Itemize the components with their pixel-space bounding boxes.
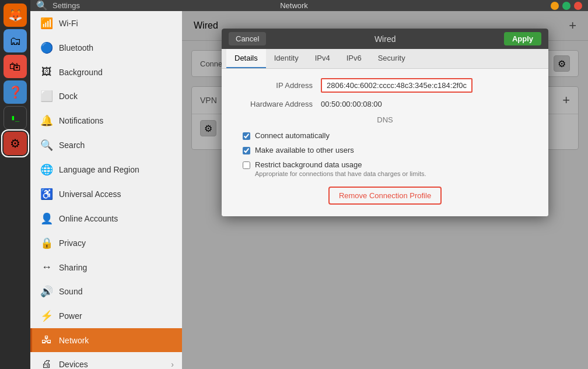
maximize-button[interactable] xyxy=(562,2,570,10)
sidebar-item-universal-access[interactable]: ♿ Universal Access xyxy=(30,182,182,206)
dialog-overlay: Cancel Wired Apply Details Identity IPv4… xyxy=(182,11,588,369)
window-title: Network xyxy=(280,1,308,10)
sidebar-item-label: Online Accounts xyxy=(59,214,118,223)
wifi-icon: 📶 xyxy=(40,17,53,30)
remove-connection-button[interactable]: Remove Connection Profile xyxy=(328,187,442,205)
sidebar-item-label: Sound xyxy=(59,287,82,296)
dock-item-firefox[interactable]: 🦊 xyxy=(4,3,27,27)
sidebar-item-sound[interactable]: 🔊 Sound xyxy=(30,279,182,304)
dns-label: DNS xyxy=(233,115,537,124)
dock-item-settings[interactable]: ⚙ xyxy=(4,132,27,155)
sidebar-item-label: Devices xyxy=(59,360,88,369)
dialog-content: IP Address 2806:40c:6002:cccc:48c3:345e:… xyxy=(222,69,548,216)
sidebar-item-label: Language and Region xyxy=(59,165,139,174)
minimize-button[interactable] xyxy=(551,2,559,10)
sidebar-item-notifications[interactable]: 🔔 Notifications xyxy=(30,108,182,133)
sidebar-item-label: Network xyxy=(59,336,89,345)
sidebar-item-wifi[interactable]: 📶 Wi-Fi xyxy=(30,11,182,36)
tab-security[interactable]: Security xyxy=(370,49,414,68)
language-icon: 🌐 xyxy=(40,163,53,176)
sidebar-item-online-accounts[interactable]: 👤 Online Accounts xyxy=(30,206,182,231)
hardware-address-value: 00:50:00:00:08:00 xyxy=(321,100,382,108)
notifications-icon: 🔔 xyxy=(40,114,53,127)
background-icon: 🖼 xyxy=(40,66,53,78)
ip-address-row: IP Address 2806:40c:6002:cccc:48c3:345e:… xyxy=(233,78,537,93)
dock-item-software[interactable]: 🛍 xyxy=(4,55,27,78)
power-icon: ⚡ xyxy=(40,310,53,322)
sidebar-item-bluetooth[interactable]: 🔵 Bluetooth xyxy=(30,36,182,60)
dock-item-terminal[interactable]: ▮_ xyxy=(4,106,27,129)
title-bar: 🔍 Settings Network xyxy=(30,0,588,11)
ip-address-value: 2806:40c:6002:cccc:48c3:345e:c184:2f0c xyxy=(321,78,473,93)
sidebar-item-search[interactable]: 🔍 Search xyxy=(30,133,182,157)
sidebar-item-label: Privacy xyxy=(59,238,86,248)
sound-icon: 🔊 xyxy=(40,285,53,298)
sidebar-item-devices[interactable]: 🖨 Devices › xyxy=(30,352,182,369)
make-available-checkbox[interactable] xyxy=(243,147,250,154)
sidebar-item-power[interactable]: ⚡ Power xyxy=(30,304,182,328)
devices-icon: 🖨 xyxy=(40,358,53,369)
hardware-address-label: Hardware Address xyxy=(233,100,321,108)
sidebar-item-privacy[interactable]: 🔒 Privacy xyxy=(30,231,182,255)
right-panel: Wired + Connected ON ⚙ VPN xyxy=(182,11,588,369)
dock-icon: ⬜ xyxy=(40,90,53,103)
restrict-data-row: Restrict background data usage Appropria… xyxy=(233,160,537,177)
hardware-address-row: Hardware Address 00:50:00:00:08:00 xyxy=(233,100,537,108)
restrict-data-label: Restrict background data usage xyxy=(255,160,426,169)
bluetooth-icon: 🔵 xyxy=(40,41,53,54)
chevron-right-icon: › xyxy=(171,360,174,369)
dock-item-files[interactable]: 🗂 xyxy=(4,29,27,52)
wired-dialog: Cancel Wired Apply Details Identity IPv4… xyxy=(222,29,548,216)
sidebar-item-label: Search xyxy=(59,140,85,150)
sidebar-item-label: Bluetooth xyxy=(59,43,93,52)
content-row: 📶 Wi-Fi 🔵 Bluetooth 🖼 Background ⬜ Dock … xyxy=(30,11,588,369)
sharing-icon: ↔ xyxy=(40,261,53,273)
tab-identity[interactable]: Identity xyxy=(266,49,307,68)
close-button[interactable] xyxy=(574,2,582,10)
tab-details[interactable]: Details xyxy=(226,49,266,68)
network-icon: 🖧 xyxy=(40,334,53,346)
sidebar-item-label: Dock xyxy=(59,92,78,101)
sidebar-item-background[interactable]: 🖼 Background xyxy=(30,60,182,84)
connect-auto-label: Connect automatically xyxy=(255,131,330,140)
make-available-row: Make available to other users xyxy=(233,146,537,154)
settings-title: Settings xyxy=(52,1,80,10)
search-sidebar-icon: 🔍 xyxy=(40,139,53,152)
dialog-cancel-button[interactable]: Cancel xyxy=(229,32,266,45)
tab-ipv4[interactable]: IPv4 xyxy=(307,49,338,68)
sidebar-item-label: Sharing xyxy=(59,263,87,272)
sidebar-item-sharing[interactable]: ↔ Sharing xyxy=(30,255,182,279)
make-available-label: Make available to other users xyxy=(255,146,354,154)
dialog-apply-button[interactable]: Apply xyxy=(504,32,541,45)
sidebar: 📶 Wi-Fi 🔵 Bluetooth 🖼 Background ⬜ Dock … xyxy=(30,11,182,369)
window-controls xyxy=(551,2,582,10)
connect-auto-row: Connect automatically xyxy=(233,131,537,140)
sidebar-item-label: Power xyxy=(59,311,82,321)
ip-address-label: IP Address xyxy=(233,81,321,90)
universal-access-icon: ♿ xyxy=(40,188,53,201)
sidebar-item-dock[interactable]: ⬜ Dock xyxy=(30,84,182,108)
application-dock: 🦊 🗂 🛍 ❓ ▮_ ⚙ xyxy=(0,0,30,369)
sidebar-item-label: Notifications xyxy=(59,116,103,125)
connect-auto-checkbox[interactable] xyxy=(243,132,250,140)
main-area: 🔍 Settings Network 📶 Wi-Fi 🔵 Bluetooth 🖼… xyxy=(30,0,588,369)
privacy-icon: 🔒 xyxy=(40,237,53,249)
restrict-data-checkbox[interactable] xyxy=(243,161,250,169)
sidebar-item-label: Background xyxy=(59,68,103,77)
dock-item-help[interactable]: ❓ xyxy=(4,80,27,104)
sidebar-item-label: Wi-Fi xyxy=(59,19,78,28)
sidebar-item-network[interactable]: 🖧 Network xyxy=(30,328,182,352)
sidebar-item-label: Universal Access xyxy=(59,189,121,199)
dialog-tabs: Details Identity IPv4 IPv6 Security xyxy=(222,49,548,69)
search-icon[interactable]: 🔍 xyxy=(36,0,48,11)
tab-ipv6[interactable]: IPv6 xyxy=(338,49,370,68)
sidebar-item-language[interactable]: 🌐 Language and Region xyxy=(30,157,182,182)
dialog-title: Wired xyxy=(374,34,396,44)
dialog-titlebar: Cancel Wired Apply xyxy=(222,29,548,49)
online-accounts-icon: 👤 xyxy=(40,212,53,225)
restrict-data-sublabel: Appropriate for connections that have da… xyxy=(255,170,426,177)
